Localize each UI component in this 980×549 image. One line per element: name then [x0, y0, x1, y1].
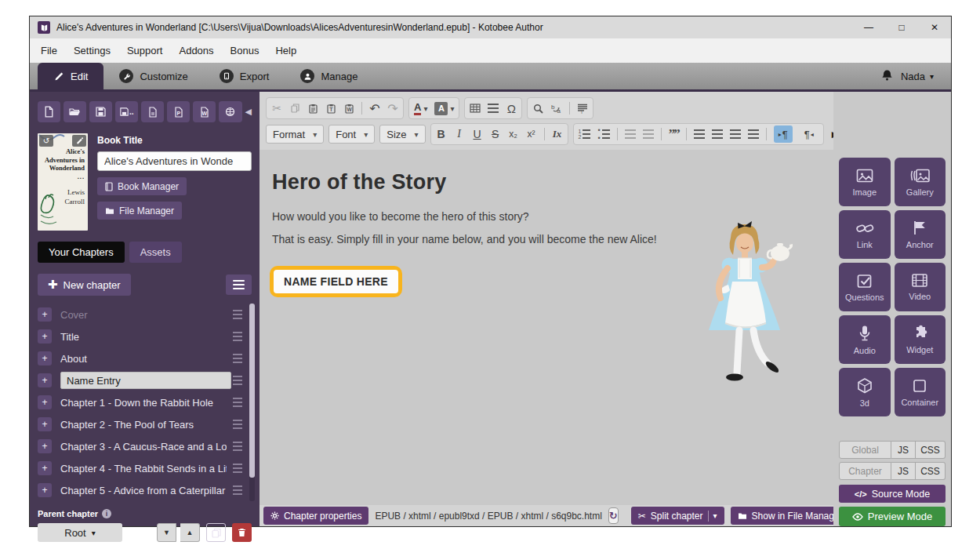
numbered-list-icon[interactable]: 12: [579, 129, 591, 140]
source-mode-button[interactable]: </> Source Mode: [839, 485, 946, 503]
notifications-bell-icon[interactable]: [881, 69, 893, 84]
insert-image-button[interactable]: Image: [839, 158, 891, 206]
save-as-button[interactable]: ..: [115, 101, 138, 122]
chapter-row-4[interactable]: + Chapter 4 - The Rabbit Sends in a Litt…: [38, 457, 252, 479]
chapter-properties-button[interactable]: Chapter properties: [263, 507, 368, 525]
expand-chapter-icon[interactable]: +: [38, 417, 52, 431]
drag-handle-icon[interactable]: [233, 310, 242, 319]
insert-link-button[interactable]: Link: [839, 210, 891, 259]
remove-format-button[interactable]: Ix: [552, 128, 563, 140]
menu-addons[interactable]: Addons: [179, 45, 213, 56]
chapter-css-button[interactable]: CSS: [916, 462, 946, 480]
export-pdf-button[interactable]: [141, 101, 164, 122]
scrollbar-thumb[interactable]: [249, 304, 255, 478]
drag-handle-icon[interactable]: [233, 485, 242, 495]
chapter-js-button[interactable]: JS: [891, 462, 916, 480]
chapter-row-5[interactable]: + Chapter 5 - Advice from a Caterpillar: [38, 479, 252, 501]
insert-questions-button[interactable]: Questions: [839, 263, 891, 311]
drag-handle-icon[interactable]: [233, 464, 242, 473]
align-right-icon[interactable]: [730, 129, 741, 139]
book-manager-button[interactable]: Book Manager: [97, 177, 187, 195]
insert-widget-button[interactable]: Widget: [895, 315, 946, 364]
select-all-icon[interactable]: I: [577, 104, 588, 114]
chapter-rename-input[interactable]: [60, 372, 231, 389]
copy-icon[interactable]: [289, 104, 300, 113]
editor-content[interactable]: Hero of the Story How would you like to …: [260, 150, 833, 505]
expand-chapter-icon[interactable]: +: [38, 351, 52, 365]
superscript-button[interactable]: x²: [526, 129, 537, 140]
text-direction-rtl-button[interactable]: ¶◂: [800, 125, 818, 143]
duplicate-chapter-button[interactable]: [206, 523, 226, 542]
tab-your-chapters[interactable]: Your Chapters: [38, 242, 125, 263]
parent-chapter-dropdown[interactable]: Root▾: [38, 523, 122, 542]
chapter-menu-button[interactable]: [226, 274, 252, 295]
insert-audio-button[interactable]: Audio: [839, 315, 891, 364]
refresh-cover-icon[interactable]: ↺: [39, 135, 53, 147]
chapter-row-about[interactable]: + About: [38, 347, 252, 369]
expand-chapter-icon[interactable]: +: [38, 461, 52, 475]
export-ppt-button[interactable]: P: [167, 101, 190, 122]
align-justify-icon[interactable]: [748, 129, 759, 139]
expand-chapter-icon[interactable]: +: [38, 439, 52, 453]
drag-handle-icon[interactable]: [233, 332, 242, 341]
tab-customize[interactable]: Customize: [103, 63, 203, 89]
export-word-button[interactable]: W: [193, 101, 216, 122]
show-in-file-manager-button[interactable]: Show in File Manager: [731, 507, 850, 525]
cut-icon[interactable]: ✂: [271, 102, 282, 115]
alice-costume-image[interactable]: [684, 219, 804, 393]
preview-mode-button[interactable]: Preview Mode: [839, 507, 946, 526]
insert-video-button[interactable]: Video: [895, 263, 946, 311]
drag-handle-icon[interactable]: [233, 398, 242, 407]
drag-handle-icon[interactable]: [233, 376, 242, 385]
subscript-button[interactable]: x₂: [508, 129, 519, 140]
move-chapter-down-button[interactable]: ▼: [157, 523, 176, 542]
chapter-row-1[interactable]: + Chapter 1 - Down the Rabbit Hole: [38, 391, 252, 413]
tab-edit[interactable]: Edit: [38, 63, 103, 89]
align-center-icon[interactable]: [712, 129, 723, 139]
chapter-row-cover[interactable]: + Cover: [38, 304, 252, 325]
italic-button[interactable]: I: [454, 128, 465, 140]
menu-file[interactable]: File: [41, 45, 57, 56]
user-menu[interactable]: Nada ▾: [901, 71, 934, 82]
bold-button[interactable]: B: [436, 128, 447, 140]
tab-manage[interactable]: Manage: [285, 63, 373, 89]
font-dropdown[interactable]: Font▾: [328, 125, 375, 144]
text-color-button[interactable]: A▾: [414, 102, 427, 115]
info-icon[interactable]: i: [102, 509, 111, 518]
align-left-icon[interactable]: [694, 129, 705, 139]
decrease-indent-icon[interactable]: [625, 129, 636, 139]
delete-chapter-button[interactable]: [232, 523, 252, 542]
tab-export[interactable]: Export: [204, 63, 285, 89]
edit-cover-icon[interactable]: [72, 135, 86, 147]
paste-icon[interactable]: [307, 104, 318, 114]
tab-assets[interactable]: Assets: [129, 242, 182, 263]
save-button[interactable]: [89, 101, 112, 122]
menu-support[interactable]: Support: [127, 45, 163, 56]
menu-settings[interactable]: Settings: [74, 45, 111, 56]
chapter-row-name-entry[interactable]: +: [38, 369, 252, 391]
menu-help[interactable]: Help: [275, 45, 296, 56]
expand-chapter-icon[interactable]: +: [38, 329, 52, 344]
blockquote-icon[interactable]: ””: [669, 126, 679, 142]
redo-icon[interactable]: ↷: [387, 101, 398, 116]
name-field-placeholder[interactable]: NAME FIELD HERE: [274, 270, 398, 293]
find-icon[interactable]: [532, 104, 543, 114]
global-js-button[interactable]: JS: [891, 441, 916, 459]
open-file-button[interactable]: [64, 101, 86, 122]
chapter-list-scrollbar[interactable]: [249, 304, 255, 501]
background-color-button[interactable]: A▾: [434, 102, 454, 115]
text-direction-ltr-button[interactable]: ▸¶: [774, 125, 793, 143]
menu-bonus[interactable]: Bonus: [230, 45, 260, 56]
split-chapter-button[interactable]: ✂ Split chapter ▾: [631, 507, 724, 525]
undo-icon[interactable]: ↶: [369, 101, 380, 116]
minimize-button[interactable]: —: [852, 16, 885, 38]
export-web-button[interactable]: [219, 101, 241, 122]
close-button[interactable]: ✕: [918, 16, 951, 38]
format-dropdown[interactable]: Format▾: [266, 125, 324, 144]
increase-indent-icon[interactable]: [643, 129, 654, 139]
underline-button[interactable]: U: [472, 128, 483, 140]
refresh-path-button[interactable]: ↻: [608, 507, 619, 524]
paste-as-text-icon[interactable]: T: [325, 104, 336, 114]
insert-table-icon[interactable]: [470, 104, 481, 113]
horizontal-rule-icon[interactable]: [488, 104, 499, 114]
